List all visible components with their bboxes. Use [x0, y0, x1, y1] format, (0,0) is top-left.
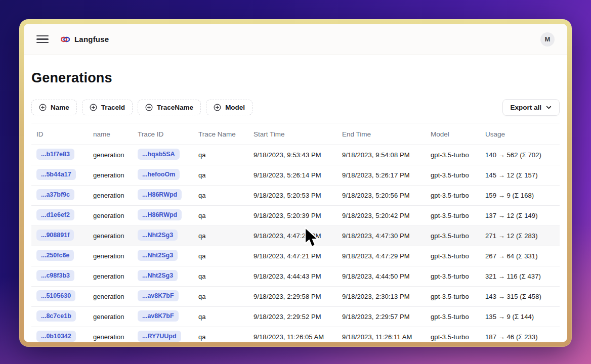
langfuse-logo-icon [61, 36, 70, 43]
filter-button-label: Model [225, 104, 245, 111]
generation-id-link[interactable]: ...c98f3b3 [36, 270, 74, 281]
column-header-usage: Usage [485, 130, 560, 138]
trace-id-link[interactable]: ...av8K7bF [138, 310, 179, 322]
table-row[interactable]: ...8c7ce1b generation ...av8K7bF qa 9/18… [31, 307, 560, 327]
generation-id-link[interactable]: ...8c7ce1b [36, 310, 76, 322]
generation-name: generation [93, 272, 138, 280]
trace-id-link[interactable]: ...av8K7bF [138, 290, 179, 301]
generation-name: generation [93, 171, 138, 179]
trace-id-link[interactable]: ...H86RWpd [138, 209, 182, 220]
filter-button-label: TraceName [157, 104, 193, 111]
user-avatar[interactable]: M [540, 32, 555, 47]
end-time: 9/18/2023, 2:30:13 PM [342, 293, 431, 300]
generation-name: generation [93, 252, 138, 260]
generation-id-link[interactable]: ...a37bf9c [36, 189, 74, 200]
column-header-trace-id: Trace ID [138, 130, 198, 138]
model: gpt-3.5-turbo [431, 192, 485, 199]
usage: 159 → 9 (Σ 168) [485, 192, 560, 199]
generation-name: generation [93, 232, 138, 240]
trace-name: qa [198, 252, 254, 260]
generation-id-link[interactable]: ...5105630 [36, 290, 75, 301]
start-time: 9/18/2023, 5:20:39 PM [254, 212, 342, 219]
generation-id-link[interactable]: ...908891f [36, 230, 74, 241]
end-time: 9/18/2023, 4:47:30 PM [342, 232, 431, 240]
table-row[interactable]: ...c98f3b3 generation ...Nht2Sg3 qa 9/18… [31, 266, 560, 287]
table-row[interactable]: ...908891f generation ...Nht2Sg3 qa 9/18… [31, 226, 560, 246]
start-time: 9/18/2023, 2:29:58 PM [254, 293, 342, 300]
trace-id-link[interactable]: ...hqsb5SA [138, 149, 180, 160]
main-content: Generations Name TraceId TraceName [24, 70, 567, 342]
plus-circle-icon [90, 104, 97, 111]
filter-button-name[interactable]: Name [31, 100, 77, 115]
table-row[interactable]: ...0b10342 generation ...RY7UUpd qa 9/18… [31, 327, 560, 342]
generation-id-link[interactable]: ...d1e6ef2 [36, 209, 74, 220]
filter-button-traceid[interactable]: TraceId [82, 100, 133, 115]
model: gpt-3.5-turbo [431, 171, 485, 179]
column-header-id: ID [36, 130, 93, 138]
trace-name: qa [198, 293, 254, 300]
generation-id-link[interactable]: ...b1f7e83 [36, 149, 74, 160]
app-window: Langfuse M Generations Name TraceId [24, 24, 567, 342]
export-all-label: Export all [510, 104, 541, 111]
app-window-frame: Langfuse M Generations Name TraceId [19, 19, 572, 347]
usage: 143 → 315 (Σ 458) [485, 293, 560, 300]
start-time: 9/18/2023, 9:53:43 PM [254, 151, 342, 159]
start-time: 9/18/2023, 5:20:53 PM [254, 192, 342, 199]
end-time: 9/18/2023, 9:54:08 PM [342, 151, 431, 159]
usage: 135 → 9 (Σ 144) [485, 313, 560, 321]
desktop-background: Langfuse M Generations Name TraceId [0, 0, 591, 364]
trace-name: qa [198, 232, 254, 240]
generation-id-link[interactable]: ...5b44a17 [36, 169, 76, 180]
end-time: 9/18/2023, 5:20:56 PM [342, 192, 431, 199]
usage: 145 → 12 (Σ 157) [485, 171, 560, 179]
start-time: 9/18/2023, 2:29:52 PM [254, 313, 342, 321]
trace-id-link[interactable]: ...H86RWpd [138, 189, 182, 200]
menu-icon[interactable] [36, 35, 49, 43]
top-navigation-bar: Langfuse M [24, 24, 567, 55]
table-row[interactable]: ...250fc6e generation ...Nht2Sg3 qa 9/18… [31, 246, 560, 266]
model: gpt-3.5-turbo [431, 151, 485, 159]
filter-button-label: TraceId [101, 104, 125, 111]
export-all-button[interactable]: Export all [502, 99, 560, 116]
filter-button-label: Name [51, 104, 69, 111]
trace-id-link[interactable]: ...Nht2Sg3 [138, 270, 178, 281]
usage: 267 → 64 (Σ 331) [485, 252, 560, 260]
brand[interactable]: Langfuse [61, 35, 109, 43]
table-row[interactable]: ...5b44a17 generation ...hefooOm qa 9/18… [31, 165, 560, 186]
plus-circle-icon [214, 104, 221, 111]
generation-id-link[interactable]: ...250fc6e [36, 250, 74, 261]
end-time: 9/18/2023, 4:44:50 PM [342, 272, 431, 280]
table-row[interactable]: ...d1e6ef2 generation ...H86RWpd qa 9/18… [31, 206, 560, 226]
trace-id-link[interactable]: ...Nht2Sg3 [138, 230, 178, 241]
column-header-trace-name: Trace Name [198, 130, 254, 138]
usage: 321 → 116 (Σ 437) [485, 272, 560, 280]
usage: 271 → 12 (Σ 283) [485, 232, 560, 240]
start-time: 9/18/2023, 4:47:22 PM [254, 232, 342, 240]
trace-id-link[interactable]: ...RY7UUpd [138, 331, 181, 342]
end-time: 9/18/2023, 11:26:11 AM [342, 333, 431, 341]
start-time: 9/18/2023, 4:44:43 PM [254, 272, 342, 280]
generation-name: generation [93, 293, 138, 300]
generation-name: generation [93, 313, 138, 321]
generation-name: generation [93, 192, 138, 199]
table-row[interactable]: ...a37bf9c generation ...H86RWpd qa 9/18… [31, 186, 560, 206]
filter-button-model[interactable]: Model [206, 100, 252, 115]
trace-id-link[interactable]: ...hefooOm [138, 169, 180, 180]
trace-name: qa [198, 212, 254, 219]
start-time: 9/18/2023, 5:26:14 PM [254, 171, 342, 179]
generation-id-link[interactable]: ...0b10342 [36, 331, 76, 342]
trace-id-link[interactable]: ...Nht2Sg3 [138, 250, 178, 261]
brand-name: Langfuse [74, 35, 109, 43]
filter-button-tracename[interactable]: TraceName [138, 100, 201, 115]
generation-name: generation [93, 151, 138, 159]
start-time: 9/18/2023, 4:47:21 PM [254, 252, 342, 260]
table-row[interactable]: ...5105630 generation ...av8K7bF qa 9/18… [31, 287, 560, 307]
generation-name: generation [93, 333, 138, 341]
table-row[interactable]: ...b1f7e83 generation ...hqsb5SA qa 9/18… [31, 145, 560, 165]
usage: 187 → 46 (Σ 233) [485, 333, 560, 341]
model: gpt-3.5-turbo [431, 252, 485, 260]
plus-circle-icon [145, 104, 153, 111]
trace-name: qa [198, 151, 254, 159]
model: gpt-3.5-turbo [431, 313, 485, 321]
column-header-start-time: Start Time [254, 130, 342, 138]
